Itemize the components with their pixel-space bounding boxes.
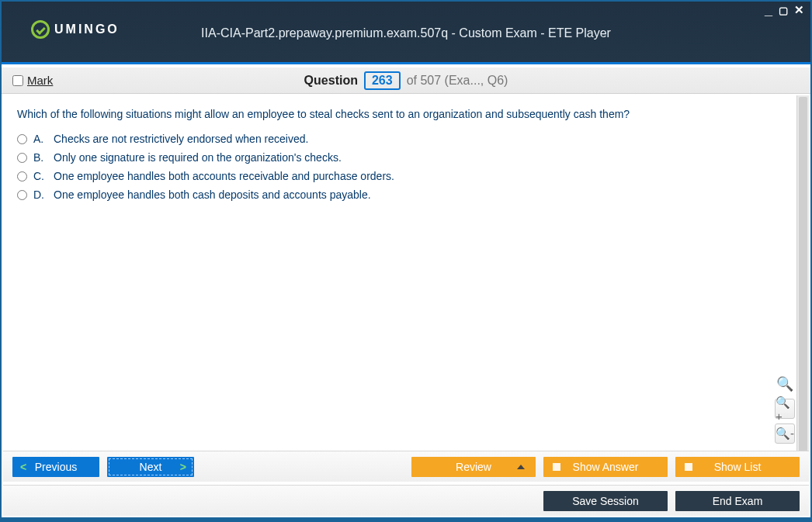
square-icon (685, 463, 692, 471)
option-c[interactable]: C. One employee handles both accounts re… (17, 170, 795, 182)
question-indicator: Question 263 of 507 (Exa..., Q6) (304, 71, 508, 90)
show-list-label: Show List (714, 461, 762, 473)
close-icon[interactable]: ✕ (794, 3, 804, 17)
option-text: One employee handles both accounts recei… (54, 170, 394, 182)
save-session-label: Save Session (572, 495, 639, 507)
option-a[interactable]: A. Checks are not restrictively endorsed… (17, 133, 795, 145)
option-text: Checks are not restrictively endorsed wh… (54, 133, 308, 145)
option-text: One employee handles both cash deposits … (54, 188, 371, 201)
vertical-scrollbar[interactable] (796, 95, 809, 454)
option-letter: B. (33, 151, 47, 164)
question-word: Question (304, 74, 358, 88)
option-letter: C. (33, 170, 47, 182)
question-stem: Which of the following situations might … (17, 108, 795, 120)
next-button[interactable]: Next > (107, 457, 194, 477)
window-title: IIA-CIA-Part2.prepaway.premium.exam.507q… (2, 26, 810, 40)
maximize-icon[interactable]: ▢ (779, 5, 788, 16)
end-exam-button[interactable]: End Exam (675, 491, 800, 511)
previous-button[interactable]: < Previous (12, 457, 99, 477)
search-icon[interactable]: 🔍 (775, 374, 795, 394)
title-bar: _ ▢ ✕ UMINGO IIA-CIA-Part2.prepaway.prem… (2, 2, 810, 62)
option-a-radio[interactable] (17, 134, 27, 144)
option-c-radio[interactable] (17, 171, 27, 181)
nav-bar: < Previous Next > Review Show Answer Sho… (3, 451, 809, 482)
session-bar: Save Session End Exam (3, 485, 809, 516)
zoom-in-icon: 🔍+ (776, 396, 794, 423)
show-list-button[interactable]: Show List (675, 457, 800, 477)
option-b[interactable]: B. Only one signature is required on the… (17, 151, 795, 164)
next-label: Next (140, 461, 162, 473)
square-icon (553, 463, 560, 471)
end-exam-label: End Exam (713, 495, 763, 507)
mark-label: Mark (27, 74, 53, 87)
scrollbar-thumb[interactable] (799, 97, 807, 452)
zoom-in-button[interactable]: 🔍+ (775, 399, 795, 419)
question-area: Which of the following situations might … (3, 95, 809, 448)
app-window: _ ▢ ✕ UMINGO IIA-CIA-Part2.prepaway.prem… (0, 0, 812, 522)
previous-label: Previous (35, 461, 77, 473)
option-b-radio[interactable] (17, 153, 27, 163)
option-letter: A. (33, 133, 47, 145)
option-letter: D. (33, 188, 47, 201)
review-label: Review (456, 461, 491, 473)
option-d-radio[interactable] (17, 190, 27, 200)
triangle-up-icon (517, 465, 525, 469)
review-button[interactable]: Review (411, 457, 536, 477)
zoom-tools: 🔍 🔍+ 🔍- (775, 374, 795, 444)
chevron-right-icon: > (180, 461, 186, 473)
zoom-out-icon: 🔍- (776, 427, 794, 441)
option-text: Only one signature is required on the or… (54, 151, 342, 164)
question-toolbar: Mark Question 263 of 507 (Exa..., Q6) (2, 67, 810, 94)
mark-checkbox-wrap[interactable]: Mark (12, 74, 53, 87)
question-total: of 507 (Exa..., Q6) (407, 74, 508, 88)
save-session-button[interactable]: Save Session (543, 491, 668, 511)
chevron-left-icon: < (20, 461, 26, 473)
option-d[interactable]: D. One employee handles both cash deposi… (17, 188, 795, 201)
zoom-out-button[interactable]: 🔍- (775, 423, 795, 444)
show-answer-button[interactable]: Show Answer (543, 457, 668, 477)
question-number: 263 (364, 71, 401, 90)
show-answer-label: Show Answer (573, 461, 639, 473)
mark-checkbox[interactable] (12, 75, 23, 86)
minimize-icon[interactable]: _ (765, 6, 772, 14)
options-list: A. Checks are not restrictively endorsed… (17, 133, 795, 201)
window-controls: _ ▢ ✕ (765, 3, 804, 17)
